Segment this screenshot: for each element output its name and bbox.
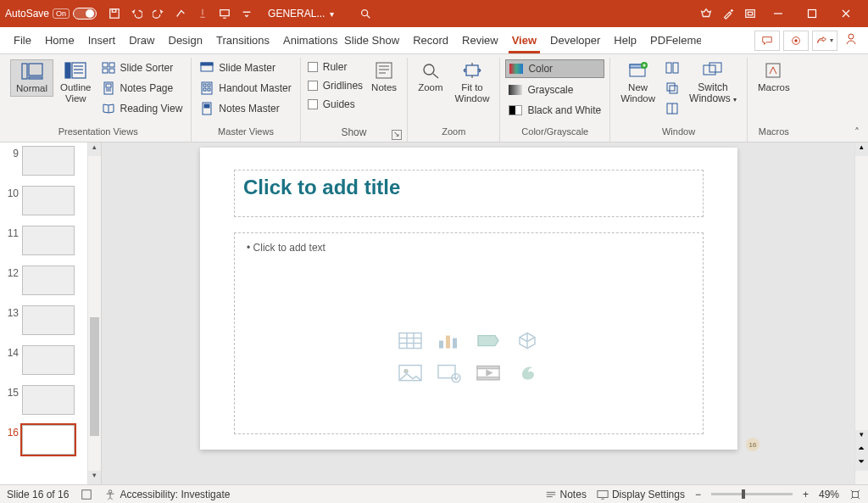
- insert-table-icon[interactable]: [397, 331, 424, 351]
- arrange-all-button[interactable]: [662, 59, 682, 76]
- slide-thumbnail[interactable]: 13: [3, 305, 86, 335]
- normal-view-button[interactable]: Normal: [10, 59, 53, 97]
- comments-button[interactable]: [754, 31, 780, 51]
- scrollbar-thumb[interactable]: [90, 317, 99, 436]
- tab-slideshow[interactable]: Slide Show: [337, 27, 406, 53]
- insert-video-icon[interactable]: [475, 363, 502, 383]
- tab-transitions[interactable]: Transitions: [209, 27, 276, 53]
- designer-icon[interactable]: [717, 3, 739, 25]
- macros-button[interactable]: Macros: [753, 59, 795, 95]
- handout-master-button[interactable]: Handout Master: [197, 80, 294, 97]
- slide-master-button[interactable]: Slide Master: [197, 59, 294, 76]
- insert-picture-icon[interactable]: [397, 363, 424, 383]
- tab-home[interactable]: Home: [38, 27, 81, 53]
- canvas-vscrollbar[interactable]: ▴ ▾ ⏶ ⏷: [854, 143, 868, 484]
- redo-button[interactable]: [147, 3, 170, 25]
- move-split-button[interactable]: [662, 100, 682, 117]
- notes-toggle[interactable]: Notes: [545, 489, 587, 500]
- share-button[interactable]: ▾: [812, 31, 837, 51]
- maximize-button[interactable]: [795, 0, 829, 27]
- scroll-up-icon[interactable]: ▴: [855, 143, 868, 156]
- language-button[interactable]: [81, 489, 92, 500]
- gridlines-checkbox[interactable]: Gridlines: [306, 78, 364, 93]
- slide-thumbnail[interactable]: 9: [3, 146, 86, 176]
- accessibility-button[interactable]: Accessibility: Investigate: [104, 489, 230, 500]
- tab-developer[interactable]: Developer: [543, 27, 607, 53]
- autosave-toggle[interactable]: AutoSave On: [5, 8, 97, 20]
- notes-page-button[interactable]: Notes Page: [98, 80, 186, 97]
- close-button[interactable]: [829, 0, 863, 27]
- grayscale-button[interactable]: Grayscale: [505, 81, 604, 98]
- zoom-out-button[interactable]: −: [695, 489, 701, 500]
- fit-to-window-button[interactable]: Fit to Window: [450, 59, 495, 106]
- reading-view-button[interactable]: Reading View: [98, 100, 186, 117]
- tab-pdfelement[interactable]: PDFelement: [643, 27, 701, 53]
- scroll-down-icon[interactable]: ▾: [88, 471, 101, 484]
- insert-3dmodel-icon[interactable]: [514, 331, 541, 351]
- notes-button[interactable]: Notes: [366, 59, 402, 95]
- scroll-up-icon[interactable]: ▴: [88, 143, 101, 156]
- slide-thumbnail[interactable]: 11: [3, 226, 86, 255]
- qat-overflow-icon[interactable]: [236, 3, 258, 25]
- slide-counter[interactable]: Slide 16 of 16: [7, 489, 69, 500]
- slide-thumbnail[interactable]: 14: [3, 345, 86, 375]
- tab-file[interactable]: File: [7, 27, 38, 53]
- thumbnails-scrollbar[interactable]: ▴ ▾: [87, 143, 101, 484]
- guides-checkbox[interactable]: Guides: [306, 97, 364, 112]
- tab-view[interactable]: View: [505, 27, 543, 53]
- tab-help[interactable]: Help: [607, 27, 643, 53]
- display-settings-button[interactable]: Display Settings: [597, 489, 685, 500]
- undo-button[interactable]: [125, 3, 147, 25]
- insert-smartart-icon[interactable]: [475, 331, 502, 351]
- present-button[interactable]: [214, 3, 236, 25]
- slide-thumbnail[interactable]: 16: [3, 425, 86, 455]
- notes-master-button[interactable]: Notes Master: [197, 100, 294, 117]
- slide-thumbnail[interactable]: 15: [3, 385, 86, 415]
- document-name[interactable]: GENERAL... ▾: [268, 8, 334, 20]
- insert-online-picture-icon[interactable]: [436, 363, 463, 383]
- zoom-in-button[interactable]: +: [803, 489, 809, 500]
- black-white-button[interactable]: Black and White: [505, 102, 604, 119]
- dialog-launcher-icon[interactable]: ↘: [392, 130, 402, 140]
- tab-insert[interactable]: Insert: [81, 27, 123, 53]
- insert-icon-icon[interactable]: [514, 363, 541, 383]
- ruler-checkbox[interactable]: Ruler: [306, 59, 364, 75]
- slide-thumbnail[interactable]: 10: [3, 186, 86, 215]
- quickaccess-icon[interactable]: [170, 3, 192, 25]
- switch-windows-button[interactable]: Switch Windows ▾: [684, 59, 742, 107]
- zoom-slider-knob[interactable]: [742, 489, 745, 499]
- slide-canvas[interactable]: Click to add title Click to add text 16: [200, 148, 737, 450]
- ribbon-tabs: File Home Insert Draw Design Transitions…: [0, 27, 868, 54]
- zoom-slider[interactable]: [711, 493, 793, 495]
- title-placeholder[interactable]: Click to add title: [234, 170, 704, 217]
- account-icon[interactable]: [841, 32, 861, 48]
- slide-sorter-button[interactable]: Slide Sorter: [98, 59, 186, 76]
- search-button[interactable]: [354, 3, 376, 25]
- tab-review[interactable]: Review: [455, 27, 505, 53]
- save-button[interactable]: [103, 3, 125, 25]
- zoom-level[interactable]: 49%: [819, 489, 839, 500]
- next-slide-icon[interactable]: ⏷: [855, 457, 868, 471]
- tab-record[interactable]: Record: [406, 27, 455, 53]
- premium-icon[interactable]: [695, 3, 717, 25]
- svg-rect-32: [203, 88, 206, 91]
- slide-thumbnail[interactable]: 12: [3, 265, 86, 295]
- app-mode-icon[interactable]: [739, 3, 761, 25]
- new-window-button[interactable]: New Window: [615, 59, 660, 106]
- tab-animations[interactable]: Animations: [276, 27, 337, 53]
- cascade-button[interactable]: [662, 80, 682, 97]
- scroll-down-icon[interactable]: ▾: [855, 430, 868, 444]
- collapse-ribbon-button[interactable]: ˄: [846, 58, 868, 142]
- record-button[interactable]: [783, 31, 809, 51]
- prev-slide-icon[interactable]: ⏶: [855, 444, 868, 457]
- touch-mode-icon[interactable]: [192, 3, 214, 25]
- zoom-button[interactable]: Zoom: [413, 59, 448, 95]
- content-placeholder[interactable]: Click to add text: [234, 232, 704, 434]
- insert-chart-icon[interactable]: [436, 331, 463, 351]
- fit-slide-button[interactable]: [849, 489, 861, 500]
- minimize-button[interactable]: [761, 0, 795, 27]
- outline-view-button[interactable]: Outline View: [55, 59, 96, 106]
- color-button[interactable]: Color: [505, 59, 604, 78]
- tab-draw[interactable]: Draw: [122, 27, 161, 53]
- tab-design[interactable]: Design: [162, 27, 209, 53]
